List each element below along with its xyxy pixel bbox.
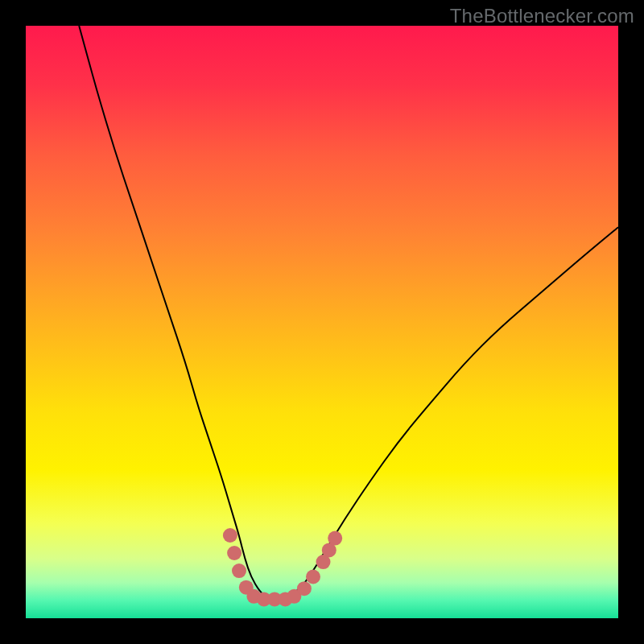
highlight-dot (223, 528, 237, 543)
highlight-dot (227, 546, 242, 560)
highlight-dot (328, 531, 342, 546)
highlight-dot (306, 570, 320, 584)
plot-background (26, 26, 618, 618)
highlight-dot (232, 564, 246, 578)
highlight-dot (297, 581, 312, 596)
chart-frame: TheBottlenecker.com (0, 0, 644, 644)
bottleneck-chart (0, 0, 644, 644)
